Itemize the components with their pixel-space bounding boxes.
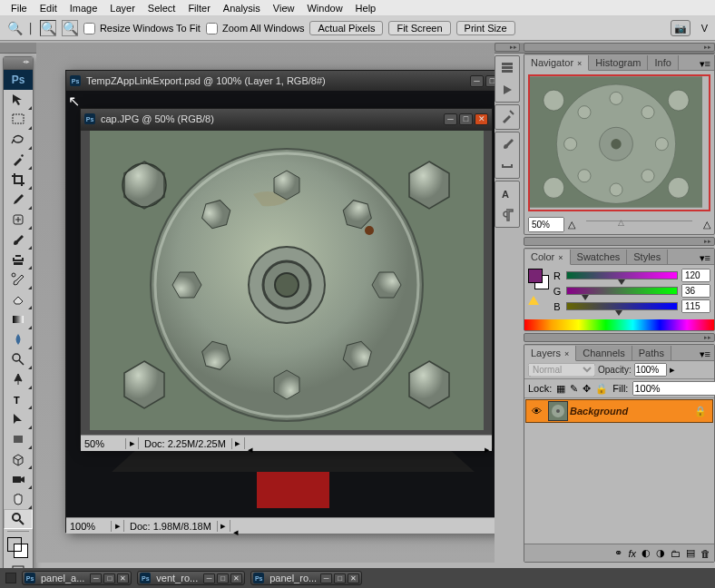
zoom-out-small-icon[interactable]: △ (568, 219, 575, 230)
color-spectrum[interactable] (524, 319, 714, 330)
menu-select[interactable]: Select (142, 2, 181, 15)
doc1-titlebar[interactable]: Ps TempZAppLinkExport.psd @ 100% (Layer … (66, 71, 495, 91)
clone-stamp-tool[interactable] (4, 250, 33, 270)
lock-transparent-icon[interactable]: ▦ (556, 383, 565, 395)
navigator-zoom-slider[interactable] (586, 220, 692, 230)
b-value[interactable] (681, 299, 710, 313)
delete-layer-icon[interactable]: 🗑 (700, 548, 710, 559)
menu-window[interactable]: Window (301, 2, 348, 15)
marquee-tool[interactable] (4, 110, 33, 130)
paragraph-panel-icon[interactable] (496, 204, 518, 226)
menu-image[interactable]: Image (64, 2, 103, 15)
actual-pixels-button[interactable]: Actual Pixels (309, 21, 383, 35)
menu-filter[interactable]: Filter (182, 2, 215, 15)
menu-view[interactable]: View (268, 2, 300, 15)
layer-list[interactable]: 👁 Background 🔒 (524, 398, 714, 544)
doc1-minimize-button[interactable]: ─ (470, 75, 484, 87)
color-wells[interactable] (4, 534, 33, 561)
tab-restore-icon[interactable]: □ (103, 573, 115, 583)
color-panel-menu[interactable]: ▾≡ (696, 252, 714, 264)
r-slider[interactable] (566, 271, 678, 279)
hand-tool[interactable] (4, 489, 33, 509)
tab-close-icon[interactable]: ✕ (230, 573, 242, 583)
tab-navigator[interactable]: Navigator× (524, 55, 589, 71)
menu-layer[interactable]: Layer (104, 2, 141, 15)
tab-minimize-icon[interactable]: ─ (90, 573, 102, 583)
doc2-maximize-button[interactable]: □ (459, 113, 473, 125)
doc1-status-menu[interactable]: ▸ (218, 520, 230, 532)
doc1-status-arrow[interactable]: ▸ (112, 520, 124, 532)
character-panel-icon[interactable]: A (496, 182, 518, 204)
print-size-button[interactable]: Print Size (456, 21, 515, 35)
foreground-color[interactable] (7, 537, 22, 552)
taskbar-doc-panel-ro[interactable]: Pspanel_ro... ─□✕ (250, 571, 362, 585)
rotate-view-icon[interactable]: 📷 (671, 20, 691, 36)
toolbox-header[interactable] (4, 57, 33, 70)
dodge-tool[interactable] (4, 349, 33, 369)
path-selection-tool[interactable] (4, 409, 33, 429)
color-collapse[interactable]: ▸▸ (524, 237, 715, 246)
doc2-status-menu[interactable]: ▸ (232, 437, 245, 449)
strip-collapse[interactable]: ▸▸ (495, 43, 520, 52)
color-wells[interactable] (528, 269, 548, 305)
magic-wand-tool[interactable] (4, 150, 33, 170)
tab-layers[interactable]: Layers× (524, 346, 576, 361)
brush-tool[interactable] (4, 230, 33, 250)
navigator-thumbnail[interactable] (528, 74, 710, 211)
tab-minimize-icon[interactable]: ─ (320, 573, 332, 583)
move-tool[interactable] (4, 90, 33, 110)
workspace-switch[interactable]: V (701, 23, 708, 34)
resize-windows-checkbox[interactable]: Resize Windows To Fit (83, 23, 201, 34)
eraser-tool[interactable] (4, 289, 33, 309)
gradient-tool[interactable] (4, 309, 33, 329)
panels-collapse[interactable]: ▸▸ (524, 43, 715, 52)
tab-histogram[interactable]: Histogram (589, 55, 648, 70)
menu-help[interactable]: Help (350, 2, 382, 15)
taskbar-doc-vent-ro[interactable]: Psvent_ro... ─□✕ (137, 571, 245, 585)
layer-group-icon[interactable]: 🗀 (671, 548, 681, 559)
doc1-maximize-button[interactable]: □ (485, 75, 495, 87)
tab-minimize-icon[interactable]: ─ (203, 573, 215, 583)
navigator-panel-menu[interactable]: ▾≡ (696, 58, 714, 70)
zoom-out-icon[interactable]: 🔍 (62, 20, 78, 36)
tab-styles[interactable]: Styles (627, 250, 668, 264)
tab-restore-icon[interactable]: □ (334, 573, 346, 583)
link-layers-icon[interactable]: ⚭ (614, 547, 622, 559)
adjustment-layer-icon[interactable]: ◑ (656, 547, 665, 559)
color-fg-well[interactable] (528, 269, 543, 283)
b-slider[interactable] (566, 302, 678, 310)
lasso-tool[interactable] (4, 130, 33, 150)
3d-camera-tool[interactable] (4, 469, 33, 489)
blur-tool[interactable] (4, 329, 33, 349)
tab-channels[interactable]: Channels (576, 346, 632, 360)
zoom-in-icon[interactable]: 🔍 (40, 20, 56, 36)
clonesource-panel-icon[interactable] (496, 155, 518, 177)
tab-info[interactable]: Info (648, 55, 678, 70)
zoom-tool[interactable] (4, 509, 33, 529)
tab-close-icon[interactable]: ✕ (348, 573, 359, 583)
history-brush-tool[interactable] (4, 270, 33, 289)
type-tool[interactable]: T (4, 389, 33, 409)
doc2-status-arrow[interactable]: ▸ (126, 437, 139, 449)
pen-tool[interactable] (4, 369, 33, 389)
3d-tool[interactable] (4, 449, 33, 469)
layer-row-background[interactable]: 👁 Background 🔒 (525, 399, 713, 423)
doc1-zoom[interactable]: 100% (66, 521, 112, 532)
menu-edit[interactable]: Edit (34, 2, 63, 15)
doc2-minimize-button[interactable]: ─ (444, 113, 457, 125)
opacity-arrow-icon[interactable]: ▸ (670, 364, 675, 376)
toolpresets-panel-icon[interactable] (496, 106, 518, 128)
zoom-all-checkbox[interactable]: Zoom All Windows (206, 23, 304, 34)
lock-all-icon[interactable]: 🔒 (595, 383, 608, 395)
new-layer-icon[interactable]: ▤ (686, 547, 695, 559)
tab-close-icon[interactable]: ✕ (117, 573, 129, 583)
layer-style-icon[interactable]: fx (628, 548, 636, 559)
doc2-titlebar[interactable]: Ps cap.JPG @ 50% (RGB/8) ─ □ ✕ (81, 109, 492, 129)
doc2-close-button[interactable]: ✕ (475, 113, 488, 125)
layer-thumbnail[interactable] (548, 401, 568, 421)
shape-tool[interactable] (4, 429, 33, 449)
doc2-canvas[interactable] (81, 131, 492, 435)
taskbar-anchor-icon[interactable] (5, 573, 16, 583)
menu-file[interactable]: File (5, 2, 33, 15)
layer-mask-icon[interactable]: ◐ (642, 547, 651, 559)
